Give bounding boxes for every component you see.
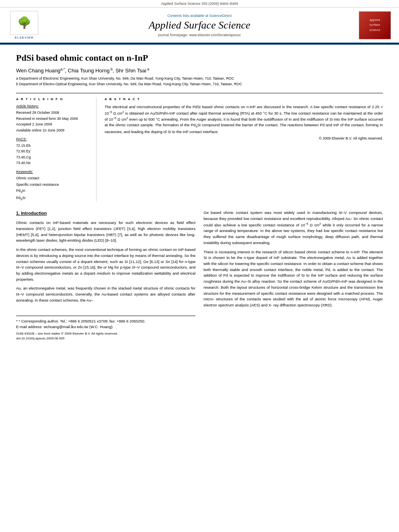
elsevier-logo: 🌳 ELSEVIER [8, 11, 40, 39]
pacs-title: PACS: [16, 137, 90, 141]
top-bar: Applied Surface Science 255 (2009) 8464–… [0, 0, 399, 8]
doi-line: doi:10.1016/j.apsusc.2009.06.005 [16, 336, 195, 341]
intro-para2: In the ohmic contact schemes, the most c… [16, 247, 195, 282]
journal-header: 🌳 ELSEVIER Contents lists available at S… [0, 8, 399, 43]
author-sup-a2: a [146, 67, 150, 71]
revised-date: Received in revised form 30 May 2009 [16, 116, 90, 121]
email-line: E-mail address: wchuang@mail.lku.edu.tw … [16, 324, 195, 330]
history-title: Article history: [16, 104, 90, 108]
footer-bottom: 0169-4332/$ – see front matter © 2009 El… [16, 331, 195, 341]
affiliations: a Department of Electronic Engineering, … [16, 76, 383, 87]
email-label: E-mail address: [16, 325, 43, 329]
body-left-col: 1. Introduction Ohmic contacts on InP-ba… [16, 210, 195, 341]
main-content: PdSi based ohmic contact on n-InP Wen Ch… [0, 45, 399, 349]
authors-line: Wen Chang Huanga,*, Chia Tsung Horng b, … [16, 67, 383, 74]
pacs-1: 72.15.Eb [16, 143, 90, 148]
received-date: Received 28 October 2008 [16, 110, 90, 115]
issn-line: 0169-4332/$ – see front matter © 2009 El… [16, 331, 195, 336]
copyright: © 2009 Elsevier B.V. All rights reserved… [105, 136, 383, 140]
affil-a: a Department of Electronic Engineering, … [16, 76, 383, 82]
keywords-title: Keywords: [16, 170, 90, 174]
elsevier-logo-box: 🌳 [10, 11, 38, 35]
sciencedirect-text: Contents lists available at ScienceDirec… [40, 14, 359, 18]
intro-para3: Au, an electronegative metal, was freque… [16, 286, 195, 303]
keywords-list: Ohmic contact Specific contact resistanc… [16, 175, 90, 202]
journal-homepage: journal homepage: www.elsevier.com/locat… [40, 33, 359, 37]
article-title: PdSi based ohmic contact on n-InP [16, 53, 383, 63]
body-right-col: Ge based ohmic contact system was most w… [204, 210, 383, 341]
right-para1: Ge based ohmic contact system was most w… [204, 210, 383, 246]
journal-title-area: Contents lists available at ScienceDirec… [40, 14, 359, 37]
author-wen: Wen Chang Huang [16, 68, 60, 74]
abstract-col: A B S T R A C T The electrical and micro… [105, 97, 383, 202]
intro-para1: Ohmic contacts on InP-based materials ar… [16, 220, 195, 244]
keyword-1: Ohmic contact [16, 175, 90, 181]
author-sup-a: a,* [60, 67, 65, 71]
abstract-label: A B S T R A C T [105, 97, 383, 101]
logo-line1: applied [370, 18, 380, 21]
article-info-abstract: A R T I C L E I N F O Article history: R… [16, 93, 383, 202]
keyword-2: Specific contact resistance [16, 182, 90, 188]
author-chia: Chia Tsung Horng [68, 68, 110, 74]
keyword-4: Pd3Si [16, 195, 90, 202]
corresponding-text: * Corresponding author. Tel.: +886 6 205… [19, 319, 145, 323]
accepted-date: Accepted 2 June 2009 [16, 121, 90, 127]
email-value: wchuang@mail.lku.edu.tw (W.C. Huang). [44, 325, 113, 329]
logo-line2: surface [370, 23, 380, 26]
author-shr: Shr Shin Tsai [115, 68, 146, 74]
affil-b: b Department of Electro-Optical Engineer… [16, 82, 383, 87]
intro-heading: 1. Introduction [16, 210, 195, 217]
pacs-2: 72.80.Ey [16, 148, 90, 154]
pacs-3: 73.40.Cg [16, 154, 90, 160]
right-para2: There is increasing interest in the rese… [204, 249, 383, 308]
journal-logo: applied surface science [359, 11, 391, 39]
pacs-4: 73.40.Ns [16, 160, 90, 166]
journal-citation: Applied Surface Science 255 (2009) 8464–… [161, 2, 238, 6]
article-info-label: A R T I C L E I N F O [16, 97, 90, 101]
body-text: 1. Introduction Ohmic contacts on InP-ba… [16, 210, 383, 341]
logo-line3: science [369, 29, 380, 31]
journal-name: Applied Surface Science [40, 19, 359, 31]
elsevier-label: ELSEVIER [14, 36, 33, 39]
article-info-col: A R T I C L E I N F O Article history: R… [16, 97, 97, 202]
available-date: Available online 10 June 2009 [16, 127, 90, 133]
keyword-3: Pd3In [16, 188, 90, 195]
author-sup-b: b [109, 67, 113, 71]
corresponding-note: * * Corresponding author. Tel.: +886 6 2… [16, 318, 195, 324]
abstract-text: The electrical and microstructural prope… [105, 104, 383, 135]
